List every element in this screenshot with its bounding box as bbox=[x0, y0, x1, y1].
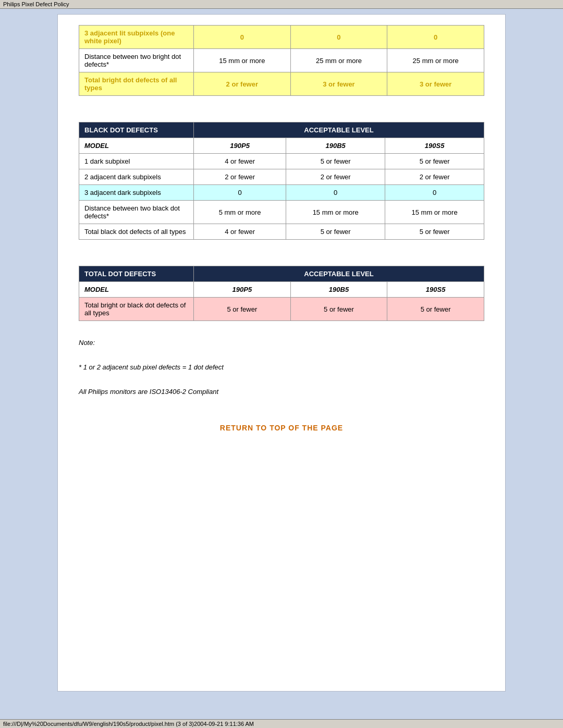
black-dot-table: BLACK DOT DEFECTS ACCEPTABLE LEVEL MODEL… bbox=[79, 122, 484, 240]
total-dot-header2: ACCEPTABLE LEVEL bbox=[194, 266, 484, 282]
black-1dark-col3: 5 or fewer bbox=[385, 154, 484, 169]
table-row: 2 adjacent dark subpixels 2 or fewer 2 o… bbox=[79, 169, 484, 185]
total-dot-model-row: MODEL 190P5 190B5 190S5 bbox=[79, 282, 484, 298]
total-dot-model-col1: 190P5 bbox=[194, 282, 291, 298]
black-dot-model-col3: 190S5 bbox=[385, 138, 484, 154]
table-row: Total bright or black dot defects of all… bbox=[79, 298, 484, 321]
total-all-col1: 5 or fewer bbox=[194, 298, 291, 321]
bright-distance-col1: 15 mm or more bbox=[194, 49, 291, 72]
black-2dark-col1: 2 or fewer bbox=[194, 169, 286, 185]
black-3dark-col2: 0 bbox=[286, 185, 385, 201]
black-distance-col2: 15 mm or more bbox=[286, 201, 385, 224]
bright-total-col1: 2 or fewer bbox=[194, 72, 291, 96]
bright-total-col2: 3 or fewer bbox=[290, 72, 387, 96]
total-all-col2: 5 or fewer bbox=[290, 298, 387, 321]
total-dot-header-row: TOTAL DOT DEFECTS ACCEPTABLE LEVEL bbox=[79, 266, 484, 282]
black-2dark-col3: 2 or fewer bbox=[385, 169, 484, 185]
bright-3-adjacent-label: 3 adjacent lit subpixels (one white pixe… bbox=[79, 26, 194, 49]
return-link-container: RETURN TO TOP OF THE PAGE bbox=[79, 424, 484, 432]
bright-total-col3: 3 or fewer bbox=[387, 72, 484, 96]
main-wrapper: 3 adjacent lit subpixels (one white pixe… bbox=[0, 9, 563, 718]
note1: * 1 or 2 adjacent sub pixel defects = 1 … bbox=[79, 361, 484, 373]
bright-distance-col2: 25 mm or more bbox=[290, 49, 387, 72]
title-bar: Philips Pixel Defect Policy bbox=[0, 0, 563, 9]
black-distance-col3: 15 mm or more bbox=[385, 201, 484, 224]
return-to-top-link[interactable]: RETURN TO TOP OF THE PAGE bbox=[220, 424, 343, 432]
total-dot-model-label: MODEL bbox=[79, 282, 194, 298]
gap2 bbox=[79, 255, 484, 266]
black-dot-header2: ACCEPTABLE LEVEL bbox=[194, 122, 484, 138]
bright-3-adjacent-col1: 0 bbox=[194, 26, 291, 49]
black-dot-model-col1: 190P5 bbox=[194, 138, 286, 154]
bright-dot-table: 3 adjacent lit subpixels (one white pixe… bbox=[79, 25, 484, 96]
table-row: 3 adjacent dark subpixels 0 0 0 bbox=[79, 185, 484, 201]
total-all-col3: 5 or fewer bbox=[387, 298, 484, 321]
black-dot-header1: BLACK DOT DEFECTS bbox=[79, 122, 194, 138]
black-distance-col1: 5 mm or more bbox=[194, 201, 286, 224]
black-1dark-label: 1 dark subpixel bbox=[79, 154, 194, 169]
black-total-col3: 5 or fewer bbox=[385, 224, 484, 240]
note-label: Note: bbox=[79, 337, 484, 349]
black-3dark-col3: 0 bbox=[385, 185, 484, 201]
black-total-label: Total black dot defects of all types bbox=[79, 224, 194, 240]
table-row: Total black dot defects of all types 4 o… bbox=[79, 224, 484, 240]
total-dot-table: TOTAL DOT DEFECTS ACCEPTABLE LEVEL MODEL… bbox=[79, 266, 484, 321]
total-dot-model-col2: 190B5 bbox=[290, 282, 387, 298]
black-total-col2: 5 or fewer bbox=[286, 224, 385, 240]
black-2dark-label: 2 adjacent dark subpixels bbox=[79, 169, 194, 185]
table-row: 3 adjacent lit subpixels (one white pixe… bbox=[79, 26, 484, 49]
black-dot-model-col2: 190B5 bbox=[286, 138, 385, 154]
title-bar-text: Philips Pixel Defect Policy bbox=[3, 1, 69, 7]
note2: All Philips monitors are ISO13406-2 Comp… bbox=[79, 386, 484, 398]
content-area: 3 adjacent lit subpixels (one white pixe… bbox=[57, 14, 506, 692]
table-row: Distance between two bright dot defects*… bbox=[79, 49, 484, 72]
black-1dark-col2: 5 or fewer bbox=[286, 154, 385, 169]
table-row: Total bright dot defects of all types 2 … bbox=[79, 72, 484, 96]
black-dot-model-label: MODEL bbox=[79, 138, 194, 154]
black-dot-header-row: BLACK DOT DEFECTS ACCEPTABLE LEVEL bbox=[79, 122, 484, 138]
black-distance-label: Distance between two black dot defects* bbox=[79, 201, 194, 224]
black-dot-model-row: MODEL 190P5 190B5 190S5 bbox=[79, 138, 484, 154]
bright-distance-col3: 25 mm or more bbox=[387, 49, 484, 72]
black-2dark-col2: 2 or fewer bbox=[286, 169, 385, 185]
black-total-col1: 4 or fewer bbox=[194, 224, 286, 240]
bright-3-adjacent-col2: 0 bbox=[290, 26, 387, 49]
black-3dark-col1: 0 bbox=[194, 185, 286, 201]
bright-3-adjacent-col3: 0 bbox=[387, 26, 484, 49]
black-3dark-label: 3 adjacent dark subpixels bbox=[79, 185, 194, 201]
notes-section: Note: * 1 or 2 adjacent sub pixel defect… bbox=[79, 337, 484, 398]
gap1 bbox=[79, 112, 484, 122]
bright-distance-label: Distance between two bright dot defects* bbox=[79, 49, 194, 72]
black-1dark-col1: 4 or fewer bbox=[194, 154, 286, 169]
total-dot-model-col3: 190S5 bbox=[387, 282, 484, 298]
total-dot-header1: TOTAL DOT DEFECTS bbox=[79, 266, 194, 282]
bright-total-label: Total bright dot defects of all types bbox=[79, 72, 194, 96]
table-row: Distance between two black dot defects* … bbox=[79, 201, 484, 224]
table-row: 1 dark subpixel 4 or fewer 5 or fewer 5 … bbox=[79, 154, 484, 169]
total-all-label: Total bright or black dot defects of all… bbox=[79, 298, 194, 321]
